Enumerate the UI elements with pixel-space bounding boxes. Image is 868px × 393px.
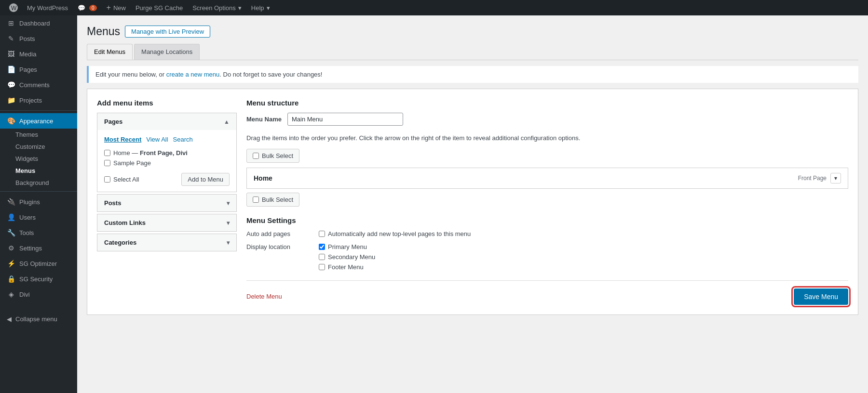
bulk-select-bottom-checkbox[interactable]	[253, 196, 259, 203]
manage-preview-button[interactable]: Manage with Live Preview	[125, 26, 210, 38]
custom-links-accordion-header[interactable]: Custom Links ▾	[97, 214, 236, 231]
filter-view-all[interactable]: View All	[146, 136, 168, 143]
sidebar-item-appearance[interactable]: 🎨 Appearance	[0, 113, 77, 129]
page-header: Menus Manage with Live Preview	[87, 25, 858, 38]
select-all-label[interactable]: Select All	[104, 176, 139, 183]
wp-logo[interactable]: W	[5, 0, 22, 15]
page-list: Home — Front Page, Divi Sample Page	[104, 148, 230, 168]
page-title: Menus	[87, 25, 120, 38]
sidebar-item-users[interactable]: 👤 Users	[0, 210, 77, 225]
add-to-menu-button[interactable]: Add to Menu	[181, 173, 230, 186]
auto-add-row: Auto add pages Automatically add new top…	[246, 230, 848, 237]
categories-accordion-arrow: ▾	[227, 239, 230, 246]
tab-manage-locations[interactable]: Manage Locations	[134, 44, 200, 60]
sidebar-item-widgets[interactable]: Widgets	[0, 153, 77, 165]
posts-accordion-arrow: ▾	[227, 200, 230, 207]
menu-structure-title: Menu structure	[246, 99, 848, 107]
footer-menu-checkbox[interactable]	[319, 264, 325, 270]
posts-icon: ✎	[7, 35, 15, 42]
tools-icon: 🔧	[7, 229, 15, 236]
projects-icon: 📁	[7, 96, 15, 104]
menu-name-label: Menu Name	[246, 116, 282, 123]
menu-settings: Menu Settings Auto add pages Automatical…	[246, 216, 848, 271]
footer-menu-label[interactable]: Footer Menu	[319, 263, 375, 271]
filter-search[interactable]: Search	[173, 136, 193, 143]
select-all-row: Select All Add to Menu	[104, 173, 230, 186]
custom-links-accordion-arrow: ▾	[227, 220, 230, 226]
menu-name-input[interactable]	[287, 113, 403, 126]
pages-accordion-body: Most Recent View All Search Home — Front…	[97, 130, 236, 192]
sidebar-item-tools[interactable]: 🔧 Tools	[0, 225, 77, 240]
display-location-label: Display location	[246, 243, 309, 250]
pages-accordion: Pages ▲ Most Recent View All Search	[97, 113, 237, 192]
filter-most-recent[interactable]: Most Recent	[104, 136, 141, 143]
notice-bar: Edit your menu below, or create a new me…	[87, 66, 858, 83]
content-area: Add menu items Pages ▲ Most Recent View …	[87, 89, 858, 315]
sidebar-item-projects[interactable]: 📁 Projects	[0, 92, 77, 108]
menu-item-home: Home Front Page ▾	[246, 168, 848, 189]
list-item: Home — Front Page, Divi	[104, 148, 230, 158]
tab-bar: Edit Menus Manage Locations	[87, 44, 858, 60]
pages-accordion-header[interactable]: Pages ▲	[97, 113, 236, 130]
dashboard-icon: ⊞	[7, 19, 15, 27]
sidebar-item-plugins[interactable]: 🔌 Plugins	[0, 194, 77, 210]
site-name[interactable]: My WordPress	[22, 0, 73, 15]
svg-text:W: W	[11, 5, 17, 12]
comments-icon: 💬	[7, 81, 15, 89]
bulk-select-bottom-button[interactable]: Bulk Select	[246, 193, 299, 207]
sidebar-item-posts[interactable]: ✎ Posts	[0, 31, 77, 46]
auto-add-checkbox[interactable]	[319, 231, 325, 237]
auto-add-label: Auto add pages	[246, 230, 309, 237]
primary-menu-label[interactable]: Primary Menu	[319, 243, 375, 250]
categories-accordion: Categories ▾	[97, 234, 237, 251]
plugins-icon: 🔌	[7, 198, 15, 206]
admin-bar: W My WordPress 💬 0 + New Purge SG Cache …	[0, 0, 868, 15]
sg-optimizer-icon: ⚡	[7, 260, 15, 267]
collapse-menu-button[interactable]: ◀ Collapse menu	[0, 312, 77, 327]
sidebar-item-background[interactable]: Background	[0, 177, 77, 189]
delete-menu-link[interactable]: Delete Menu	[246, 293, 282, 300]
secondary-menu-label[interactable]: Secondary Menu	[319, 253, 375, 261]
help-button[interactable]: Help ▾	[246, 0, 275, 15]
posts-accordion-header[interactable]: Posts ▾	[97, 195, 236, 211]
sidebar-item-settings[interactable]: ⚙ Settings	[0, 240, 77, 256]
tab-edit-menus[interactable]: Edit Menus	[87, 44, 133, 60]
page-checkbox-home[interactable]	[104, 150, 110, 156]
sidebar-item-menus[interactable]: Menus	[0, 165, 77, 177]
screen-options-button[interactable]: Screen Options ▾	[188, 0, 246, 15]
bulk-select-top-button[interactable]: Bulk Select	[246, 149, 299, 163]
auto-add-checkbox-label[interactable]: Automatically add new top-level pages to…	[319, 230, 471, 237]
custom-links-accordion: Custom Links ▾	[97, 214, 237, 232]
save-menu-button[interactable]: Save Menu	[794, 288, 848, 305]
sidebar-item-comments[interactable]: 💬 Comments	[0, 77, 77, 92]
secondary-menu-checkbox[interactable]	[319, 254, 325, 260]
categories-accordion-header[interactable]: Categories ▾	[97, 234, 236, 251]
sidebar-item-sg-security[interactable]: 🔒 SG Security	[0, 271, 77, 287]
primary-menu-checkbox[interactable]	[319, 244, 325, 250]
menu-bottom-row: Delete Menu Save Menu	[246, 280, 848, 305]
settings-icon: ⚙	[7, 244, 15, 252]
menu-structure-panel: Menu structure Menu Name Drag the items …	[246, 99, 848, 305]
pages-icon: 📄	[7, 66, 15, 73]
menu-item-expand-button[interactable]: ▾	[830, 173, 841, 183]
divi-icon: ◈	[7, 290, 15, 298]
appearance-icon: 🎨	[7, 117, 15, 125]
new-content[interactable]: + New	[102, 0, 131, 15]
sidebar-item-dashboard[interactable]: ⊞ Dashboard	[0, 15, 77, 31]
menu-settings-title: Menu Settings	[246, 216, 848, 224]
sg-security-icon: 🔒	[7, 275, 15, 283]
sidebar-item-divi[interactable]: ◈ Divi	[0, 287, 77, 302]
sidebar-item-themes[interactable]: Themes	[0, 129, 77, 141]
page-checkbox-sample[interactable]	[104, 160, 110, 166]
sidebar-item-pages[interactable]: 📄 Pages	[0, 62, 77, 77]
select-all-checkbox[interactable]	[104, 176, 110, 183]
notifications[interactable]: 💬 0	[73, 0, 102, 15]
create-new-menu-link[interactable]: create a new menu	[166, 71, 220, 78]
sidebar-item-customize[interactable]: Customize	[0, 141, 77, 153]
menu-edit-layout: Add menu items Pages ▲ Most Recent View …	[97, 99, 848, 305]
bulk-select-top-checkbox[interactable]	[253, 153, 259, 159]
sidebar-item-media[interactable]: 🖼 Media	[0, 46, 77, 62]
purge-cache[interactable]: Purge SG Cache	[131, 0, 188, 15]
add-menu-items-title: Add menu items	[97, 99, 237, 107]
sidebar-item-sg-optimizer[interactable]: ⚡ SG Optimizer	[0, 256, 77, 271]
